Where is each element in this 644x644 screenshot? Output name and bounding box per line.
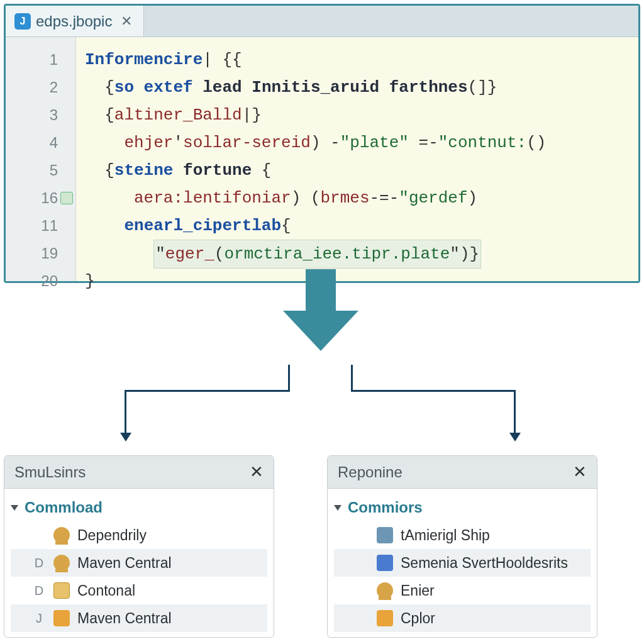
code-token: ")} xyxy=(450,245,479,264)
gutter-line: 4 xyxy=(6,129,75,157)
code-token: ) xyxy=(468,189,478,208)
code-line[interactable]: Informencire| {{ xyxy=(85,46,631,74)
code-token xyxy=(242,78,252,97)
left-panel-header: SmuLsinrs ✕ xyxy=(4,456,274,489)
person-icon xyxy=(53,555,70,571)
chevron-down-icon xyxy=(11,505,18,511)
code-line[interactable]: {so extef lead Innitis_aruid farthnes(]} xyxy=(85,74,631,101)
tree-item[interactable]: Cplor xyxy=(334,604,591,632)
code-token xyxy=(173,161,183,180)
right-panel: Reponine ✕ Commiors tAmierigl ShipSemeni… xyxy=(327,455,597,638)
person-icon xyxy=(377,582,393,599)
code-token: | {{ xyxy=(203,50,242,69)
java-file-icon xyxy=(14,13,31,30)
tree-root[interactable]: Commload xyxy=(11,494,267,521)
close-icon[interactable]: ✕ xyxy=(121,13,132,30)
item-badge: D xyxy=(32,556,46,570)
code-token xyxy=(193,78,203,97)
person-icon xyxy=(53,527,70,543)
code-token: (]} xyxy=(468,78,497,97)
tree-item[interactable]: Dependrily xyxy=(11,521,267,549)
tree-item[interactable]: DContonal xyxy=(11,577,267,604)
code-token: ( xyxy=(214,245,225,264)
code-token: () xyxy=(526,133,546,152)
gutter-line: 1 xyxy=(6,46,75,74)
editor-gutter: 1234516111920 xyxy=(6,37,76,281)
code-line[interactable]: {altiner_Balld|} xyxy=(85,101,631,129)
gutter-line: 11 xyxy=(6,212,75,240)
code-token: { xyxy=(85,106,114,125)
code-token: ) - xyxy=(311,133,340,152)
doc-icon xyxy=(53,582,70,599)
code-token: { xyxy=(281,216,291,235)
code-line[interactable]: aera:lentifoniar) (brmes-=-"gerdef) xyxy=(85,184,631,212)
tree-item-label: Cplor xyxy=(401,610,435,627)
code-token xyxy=(85,133,124,152)
code-token: "plate" xyxy=(340,133,409,152)
left-panel-title: SmuLsinrs xyxy=(14,464,86,481)
tree-item-label: Enier xyxy=(401,582,435,599)
gutter-line: 20 xyxy=(6,267,75,295)
tree-root-label: Commload xyxy=(25,499,103,516)
code-editor-panel: edps.jbopic ✕ 1234516111920 Informencire… xyxy=(4,4,640,283)
code-token: sollar-sereid xyxy=(183,133,311,152)
tree-root-label: Commiors xyxy=(348,499,423,516)
code-token: eger_ xyxy=(165,245,214,264)
code-line[interactable]: "eger_(ormctira_iee.tipr.plate")} xyxy=(85,240,631,267)
code-token: fortune xyxy=(183,161,252,180)
flow-connector xyxy=(119,365,522,447)
chevron-down-icon xyxy=(334,505,341,511)
tree-item-label: Maven Central xyxy=(77,555,172,572)
gutter-line: 19 xyxy=(6,240,75,267)
code-token: Informencire xyxy=(85,50,203,69)
gutter-line: 3 xyxy=(6,101,75,129)
code-token xyxy=(379,78,389,97)
close-icon[interactable]: ✕ xyxy=(250,462,264,482)
editor-tab[interactable]: edps.jbopic ✕ xyxy=(6,6,144,36)
code-token: ormctira_iee.tipr.plate xyxy=(224,245,450,264)
code-token: ) ( xyxy=(291,189,321,208)
tree-item-label: Dependrily xyxy=(77,527,147,544)
code-line[interactable]: enearl_cipertlab{ xyxy=(85,212,631,240)
tree-item-label: Contonal xyxy=(77,582,135,599)
close-icon[interactable]: ✕ xyxy=(573,462,587,482)
code-token: ' xyxy=(173,133,183,152)
card-icon xyxy=(377,555,393,571)
tree-item[interactable]: Enier xyxy=(334,577,591,604)
code-token: aera:lentifoniar xyxy=(134,189,291,208)
code-line[interactable]: ehjer'sollar-sereid) -"plate" =-"contnut… xyxy=(85,129,631,157)
code-token: steine xyxy=(114,161,174,180)
code-token: =- xyxy=(409,133,438,152)
tree-item-label: Semenia SvertHooldesrits xyxy=(401,555,568,572)
tree-item[interactable]: Semenia SvertHooldesrits xyxy=(334,549,591,577)
breakpoint-icon[interactable] xyxy=(60,192,73,204)
tree-item-label: tAmierigl Ship xyxy=(401,527,490,544)
right-panel-tree: Commiors tAmierigl ShipSemenia SvertHool… xyxy=(328,489,597,635)
left-panel: SmuLsinrs ✕ Commload DependrilyDMaven Ce… xyxy=(4,455,274,638)
flow-arrow-down-icon xyxy=(283,269,358,357)
db-icon xyxy=(377,527,393,543)
code-token xyxy=(85,216,124,235)
code-token: { xyxy=(85,161,114,180)
code-token: } xyxy=(85,272,95,291)
tree-root[interactable]: Commiors xyxy=(334,494,591,521)
code-token: { xyxy=(85,78,114,97)
code-token: brmes xyxy=(320,189,369,208)
folder-icon xyxy=(377,610,393,626)
gutter-line: 5 xyxy=(6,157,75,184)
tree-item[interactable]: tAmierigl Ship xyxy=(334,521,591,549)
tree-item[interactable]: DMaven Central xyxy=(11,549,267,577)
editor-tab-filename: edps.jbopic xyxy=(36,13,112,30)
right-panel-header: Reponine ✕ xyxy=(328,456,597,489)
editor-code-area[interactable]: Informencire| {{ {so extef lead Innitis_… xyxy=(76,37,638,281)
tree-item[interactable]: JMaven Central xyxy=(11,604,267,632)
code-token: "gerdef xyxy=(399,189,467,208)
gutter-line: 16 xyxy=(6,184,75,212)
editor-body: 1234516111920 Informencire| {{ {so extef… xyxy=(6,37,638,281)
code-token: Innitis_aruid xyxy=(252,78,379,97)
code-token xyxy=(85,189,134,208)
code-line[interactable]: {steine fortune { xyxy=(85,157,631,184)
code-token: enearl_cipertlab xyxy=(124,216,281,235)
code-token: farthnes xyxy=(389,78,468,97)
code-token: -=- xyxy=(369,189,399,208)
